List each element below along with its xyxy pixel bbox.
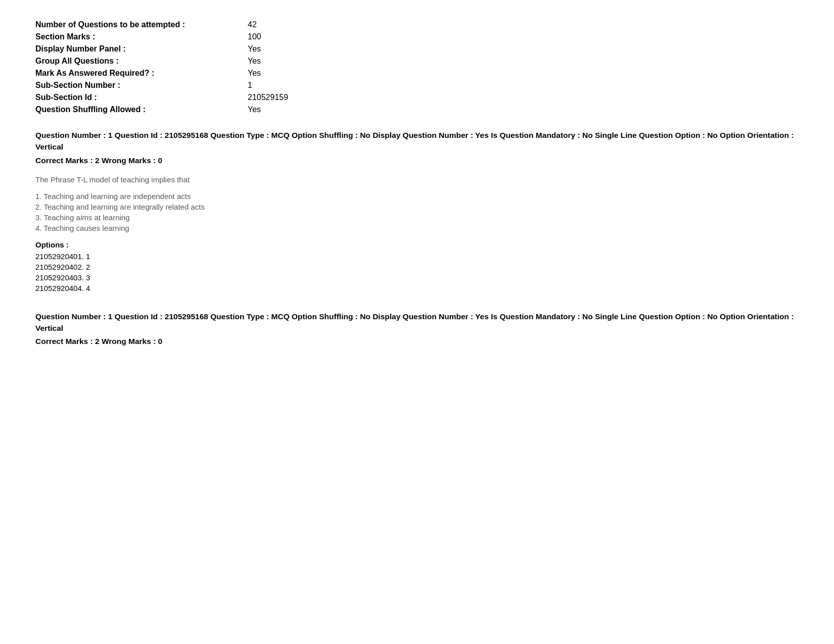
option-id: 21052920404. 4	[35, 284, 799, 292]
question-block: Question Number : 1 Question Id : 210529…	[35, 311, 799, 346]
question-header: Question Number : 1 Question Id : 210529…	[35, 311, 799, 334]
info-value: Yes	[248, 57, 261, 66]
info-row: Sub-Section Id :210529159	[35, 93, 799, 102]
question-header: Question Number : 1 Question Id : 210529…	[35, 129, 799, 153]
info-value: 100	[248, 32, 261, 41]
info-row: Mark As Answered Required? :Yes	[35, 69, 799, 78]
info-value: 210529159	[248, 93, 288, 102]
info-value: Yes	[248, 44, 261, 54]
question-blocks-container: Question Number : 1 Question Id : 210529…	[35, 129, 799, 346]
info-label: Sub-Section Number :	[35, 81, 248, 90]
option-id: 21052920401. 1	[35, 252, 799, 261]
info-label: Sub-Section Id :	[35, 93, 248, 102]
options-list: 1. Teaching and learning are independent…	[35, 192, 799, 232]
info-value: Yes	[248, 105, 261, 114]
question-block: Question Number : 1 Question Id : 210529…	[35, 129, 799, 292]
info-label: Mark As Answered Required? :	[35, 69, 248, 78]
option-id: 21052920402. 2	[35, 263, 799, 271]
info-row: Sub-Section Number :1	[35, 81, 799, 90]
info-row: Display Number Panel :Yes	[35, 44, 799, 54]
option-item: 1. Teaching and learning are independent…	[35, 192, 799, 201]
marks-line: Correct Marks : 2 Wrong Marks : 0	[35, 337, 799, 346]
info-value: 1	[248, 81, 252, 90]
info-value: 42	[248, 20, 257, 29]
info-label: Display Number Panel :	[35, 44, 248, 54]
info-table: Number of Questions to be attempted :42S…	[35, 20, 799, 114]
info-label: Question Shuffling Allowed :	[35, 105, 248, 114]
marks-line: Correct Marks : 2 Wrong Marks : 0	[35, 156, 799, 165]
info-row: Question Shuffling Allowed :Yes	[35, 105, 799, 114]
option-item: 2. Teaching and learning are integrally …	[35, 203, 799, 211]
info-label: Number of Questions to be attempted :	[35, 20, 248, 29]
info-row: Group All Questions :Yes	[35, 57, 799, 66]
option-item: 3. Teaching aims at learning	[35, 213, 799, 222]
info-label: Group All Questions :	[35, 57, 248, 66]
question-text: The Phrase T-L model of teaching implies…	[35, 175, 799, 184]
info-row: Section Marks :100	[35, 32, 799, 41]
info-label: Section Marks :	[35, 32, 248, 41]
option-id: 21052920403. 3	[35, 273, 799, 282]
info-row: Number of Questions to be attempted :42	[35, 20, 799, 29]
option-item: 4. Teaching causes learning	[35, 224, 799, 232]
options-label: Options :	[35, 240, 799, 249]
info-value: Yes	[248, 69, 261, 78]
